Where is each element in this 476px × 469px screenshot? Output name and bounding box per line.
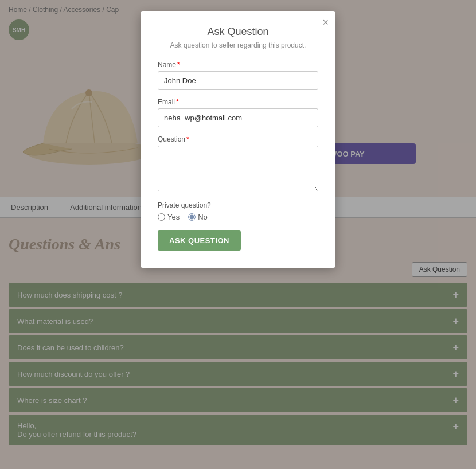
- radio-no-input[interactable]: [188, 213, 196, 221]
- radio-no-label[interactable]: No: [188, 213, 208, 221]
- private-question-label: Private question?: [158, 201, 318, 209]
- modal-close-button[interactable]: ×: [322, 17, 329, 28]
- name-field-group: Name*: [158, 61, 318, 90]
- name-input[interactable]: [158, 71, 318, 90]
- modal-subtitle: Ask question to seller regarding this pr…: [158, 41, 318, 49]
- email-input[interactable]: [158, 108, 318, 127]
- email-field-group: Email*: [158, 98, 318, 127]
- radio-group: Yes No: [158, 213, 318, 221]
- name-label: Name*: [158, 61, 318, 69]
- radio-yes-input[interactable]: [158, 213, 165, 221]
- question-label: Question*: [158, 135, 318, 143]
- ask-question-submit-button[interactable]: ASK QUESTION: [158, 230, 241, 251]
- radio-yes-label[interactable]: Yes: [158, 213, 180, 221]
- modal-overlay: × Ask Question Ask question to seller re…: [0, 0, 476, 454]
- question-textarea[interactable]: [158, 146, 318, 191]
- email-label: Email*: [158, 98, 318, 106]
- question-field-group: Question*: [158, 135, 318, 193]
- ask-question-modal: × Ask Question Ask question to seller re…: [141, 11, 335, 268]
- modal-title: Ask Question: [158, 26, 318, 38]
